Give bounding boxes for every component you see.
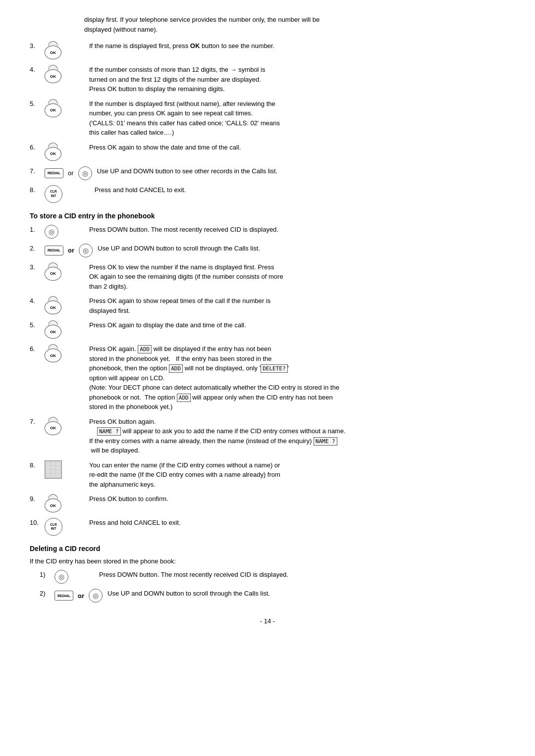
- store-step-7-icon: OK: [45, 417, 84, 436]
- store-step-6-text: Press OK again. ADD will be displayed if…: [89, 344, 505, 412]
- step-num-6: 6.: [30, 144, 45, 151]
- or-label-1: or: [68, 169, 74, 177]
- step-6: 6. OK Press OK again to show the date an…: [30, 143, 505, 161]
- store-step-10-text: Press and hold CANCEL to exit.: [89, 518, 505, 528]
- store-step-2-text: Use UP and DOWN button to scroll through…: [98, 244, 505, 253]
- store-step-3-icon: OK: [45, 262, 84, 281]
- step-6-icon: OK: [45, 143, 84, 161]
- clr-button-icon: CLR INT: [45, 185, 62, 203]
- step-num-3: 3.: [30, 42, 45, 50]
- step-3-icon: OK: [45, 41, 84, 60]
- store-step-1-text: Press DOWN button. The most recently rec…: [89, 225, 505, 235]
- ok-button-icon-s6: OK: [45, 344, 61, 363]
- delete-step-1: 1) ◎ Press DOWN button. The most recentl…: [40, 570, 505, 584]
- step-num-8: 8.: [30, 186, 45, 194]
- ok-button-icon-s4: OK: [45, 296, 61, 315]
- delete-step-1-icon: ◎: [54, 570, 94, 584]
- store-step-9: 9. OK Press OK button to confirm.: [30, 494, 505, 513]
- store-step-num-1: 1.: [30, 226, 45, 233]
- store-step-9-icon: OK: [45, 494, 84, 513]
- add-display-1: ADD: [138, 345, 152, 353]
- page-number: - 14 -: [30, 617, 505, 625]
- name-display-inline: NAME ?: [314, 437, 337, 446]
- step-5-icon: OK: [45, 99, 84, 118]
- store-step-1: 1. ◎ Press DOWN button. The most recentl…: [30, 225, 505, 239]
- step-5: 5. OK If the number is displayed first (…: [30, 99, 505, 138]
- nav-button-icon: ◎: [78, 166, 92, 180]
- ok-body-5: OK: [45, 103, 61, 117]
- ok-body: OK: [45, 46, 61, 59]
- step-7: 7. REDIAL or ◎ Use UP and DOWN button to…: [30, 166, 505, 180]
- step-3-text: If the name is displayed first, press OK…: [89, 41, 505, 51]
- store-step-num-7: 7.: [30, 418, 45, 425]
- delete-step-2: 2) REDIAL or ◎ Use UP and DOWN button to…: [40, 589, 505, 603]
- ok-button-icon-6: OK: [45, 143, 61, 161]
- store-step-8: 8. You can enter the name (if the CID en…: [30, 460, 505, 490]
- nav-button-icon-d2: ◎: [89, 589, 103, 603]
- ok-body-s7: OK: [45, 421, 61, 435]
- ok-button-icon-s5: OK: [45, 320, 61, 339]
- store-step-2-icons: REDIAL or ◎: [45, 244, 93, 257]
- page-content: display first. If your telephone service…: [30, 15, 505, 625]
- ok-button-icon-5: OK: [45, 99, 61, 118]
- store-step-4-icon: OK: [45, 296, 84, 315]
- step-5-text: If the number is displayed first (withou…: [89, 99, 505, 138]
- step-8-icon: CLR INT: [45, 185, 84, 203]
- store-step-num-4: 4.: [30, 297, 45, 304]
- store-step-8-text: You can enter the name (if the CID entry…: [89, 460, 505, 490]
- section1-title: To store a CID entry in the phonebook: [30, 212, 505, 220]
- ok-button-icon-4: OK: [45, 65, 61, 84]
- store-step-5: 5. OK Press OK again to display the date…: [30, 320, 505, 339]
- add-display-2: ADD: [169, 364, 183, 373]
- step-4-text: If the number consists of more than 12 d…: [89, 65, 505, 94]
- store-step-10: 10. CLR INT Press and hold CANCEL to exi…: [30, 518, 505, 536]
- keypad-icon: [45, 460, 62, 479]
- store-step-7-text: Press OK button again. NAME ? will appea…: [89, 417, 505, 455]
- store-step-num-3: 3.: [30, 263, 45, 271]
- redial-button-icon-d2: REDIAL: [54, 591, 73, 601]
- step-num-4: 4.: [30, 66, 45, 73]
- step-3: 3. OK If the name is displayed first, pr…: [30, 41, 505, 60]
- store-step-4: 4. OK Press OK again to show repeat time…: [30, 296, 505, 315]
- store-step-10-icon: CLR INT: [45, 518, 84, 536]
- name-display-1: NAME ? will appear to ask you to add the…: [97, 427, 346, 435]
- step-8: 8. CLR INT Press and hold CANCEL to exit…: [30, 185, 505, 203]
- step-4-icon: OK: [45, 65, 84, 84]
- store-step-6: 6. OK Press OK again. ADD will be displa…: [30, 344, 505, 412]
- down-button-icon-1: ◎: [45, 225, 58, 239]
- store-step-num-10: 10.: [30, 519, 45, 526]
- store-step-num-6: 6.: [30, 345, 45, 353]
- ok-body-s9: OK: [45, 499, 61, 512]
- store-step-5-text: Press OK again to display the date and t…: [89, 320, 505, 330]
- delete-step-2-text: Use UP and DOWN button to scroll through…: [107, 589, 505, 599]
- store-step-num-2: 2.: [30, 245, 45, 252]
- redial-button-icon: REDIAL: [45, 168, 63, 178]
- ok-body-s4: OK: [45, 301, 61, 314]
- step-8-text: Press and hold CANCEL to exit.: [89, 185, 505, 195]
- ok-body-s5: OK: [45, 325, 61, 339]
- step-6-text: Press OK again to show the date and time…: [89, 143, 505, 152]
- top-line1: display first. If your telephone service…: [84, 16, 320, 23]
- store-step-3-text: Press OK to view the number if the name …: [89, 262, 505, 292]
- ok-body-s6: OK: [45, 349, 61, 362]
- or-label-2: or: [68, 247, 74, 254]
- ok-button-icon: OK: [45, 41, 61, 60]
- ok-body-4: OK: [45, 69, 61, 83]
- delete-intro: If the CID entry has been stored in the …: [30, 557, 505, 565]
- delete-display: DELETE?: [261, 364, 287, 373]
- store-step-9-text: Press OK button to confirm.: [89, 494, 505, 504]
- step-4: 4. OK If the number consists of more tha…: [30, 65, 505, 94]
- redial-button-icon-2: REDIAL: [45, 246, 63, 255]
- clr-button-icon-10: CLR INT: [45, 518, 62, 536]
- delete-step-num-2: 2): [40, 590, 54, 597]
- or-label-3: or: [78, 592, 84, 600]
- add-display-3: ADD: [177, 394, 191, 402]
- delete-step-2-icons: REDIAL or ◎: [54, 589, 103, 603]
- top-line2: displayed (without name).: [84, 26, 158, 33]
- store-step-3: 3. OK Press OK to view the number if the…: [30, 262, 505, 292]
- step-7-text: Use UP and DOWN button to see other reco…: [97, 166, 505, 176]
- ok-button-icon-s7: OK: [45, 417, 61, 436]
- ok-button-icon-s3: OK: [45, 262, 61, 281]
- store-step-num-9: 9.: [30, 495, 45, 503]
- delete-step-1-text: Press DOWN button. The most recently rec…: [99, 570, 505, 580]
